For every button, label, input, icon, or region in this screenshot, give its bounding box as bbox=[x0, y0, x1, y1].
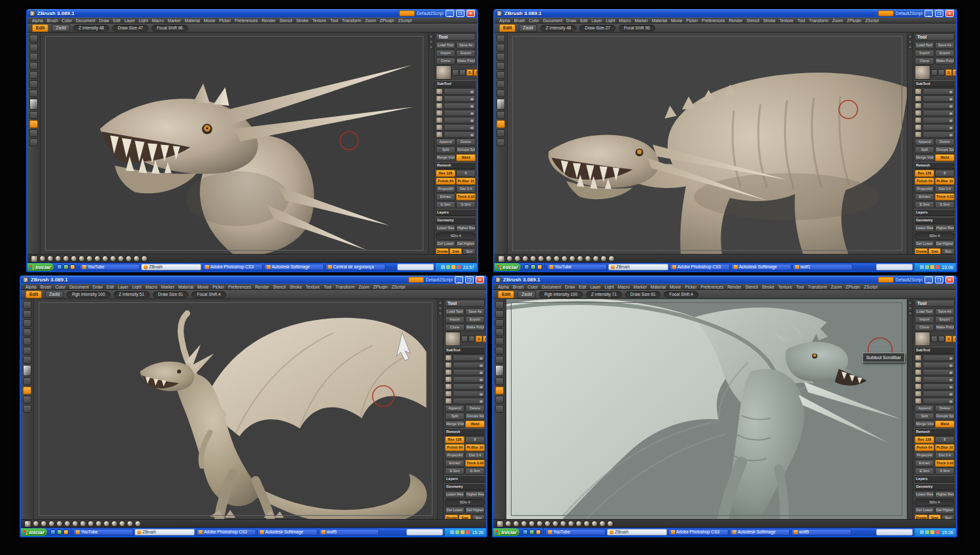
layer-icon[interactable] bbox=[497, 129, 505, 137]
subtool-thumbnail[interactable] bbox=[445, 355, 452, 361]
media-player-icon[interactable] bbox=[537, 264, 542, 270]
tool-mini-icon[interactable] bbox=[461, 336, 468, 342]
tool-button[interactable]: Split bbox=[445, 413, 465, 420]
scrollbar-button[interactable] bbox=[908, 45, 912, 49]
tool-button[interactable]: Groups Split bbox=[935, 413, 955, 420]
tool-button[interactable]: 8 bbox=[935, 436, 955, 443]
grid-icon[interactable] bbox=[29, 138, 38, 146]
close-button[interactable]: ✕ bbox=[466, 10, 475, 17]
layer-icon[interactable] bbox=[29, 129, 38, 137]
menu-stroke[interactable]: Stroke bbox=[294, 18, 310, 23]
menu-texture[interactable]: Texture bbox=[776, 284, 794, 289]
active-tool-thumbnail[interactable] bbox=[915, 65, 930, 80]
tool-preset-icon[interactable] bbox=[56, 520, 63, 527]
internet-explorer-icon[interactable] bbox=[524, 264, 529, 270]
media-player-icon[interactable] bbox=[536, 530, 541, 535]
tool-preset-icon[interactable] bbox=[135, 520, 141, 527]
shelf-slider[interactable]: Focal Shift 96 bbox=[619, 25, 655, 31]
menu-document[interactable]: Document bbox=[541, 18, 564, 23]
subtool-thumbnail[interactable] bbox=[445, 390, 452, 397]
taskbar-item[interactable]: YouTube bbox=[547, 264, 607, 270]
edit-mode-active-icon[interactable] bbox=[497, 120, 505, 128]
menu-alpha[interactable]: Alpha bbox=[496, 284, 511, 289]
menu-movie[interactable]: Movie bbox=[202, 18, 217, 23]
tool-button[interactable]: Split bbox=[915, 413, 934, 420]
maximize-button[interactable]: ❐ bbox=[465, 276, 474, 283]
taskbar-item[interactable]: Autodesk Softimage bbox=[730, 529, 790, 535]
taskbar-item[interactable]: Central de segurança bbox=[325, 264, 385, 270]
scrollbar-button[interactable] bbox=[438, 301, 442, 305]
tool-preset-icon[interactable] bbox=[86, 255, 93, 262]
subtool-thumbnail[interactable] bbox=[436, 131, 443, 138]
shelf-chip[interactable]: Zadd bbox=[517, 291, 536, 298]
tool-button[interactable]: Merge Visible bbox=[445, 420, 465, 428]
tool-button[interactable]: Groups Split bbox=[465, 413, 485, 420]
tool-preset-icon[interactable] bbox=[599, 520, 606, 527]
antivirus-icon[interactable] bbox=[936, 530, 939, 534]
tool-preset-icon[interactable] bbox=[39, 255, 46, 262]
tool-preset-icon[interactable] bbox=[593, 255, 599, 262]
tool-chip[interactable]: Divide bbox=[445, 515, 458, 519]
tool-button[interactable]: Dist 0.4 bbox=[465, 452, 485, 459]
subtool-thumbnail[interactable] bbox=[915, 383, 922, 390]
active-tool-preview-icon[interactable] bbox=[24, 520, 31, 528]
subtool-thumbnail[interactable] bbox=[436, 110, 443, 116]
menu-transform[interactable]: Transform bbox=[807, 18, 830, 23]
tool-button[interactable]: ProjectAll bbox=[915, 185, 934, 193]
shelf-chip[interactable]: Zadd bbox=[519, 24, 537, 32]
shelf-slider[interactable]: Draw Size 47 bbox=[112, 25, 148, 31]
menu-layer[interactable]: Layer bbox=[122, 18, 137, 23]
tool-chip[interactable]: Res 128 bbox=[445, 436, 465, 443]
tool-slider[interactable]: SDiv 4 bbox=[915, 499, 955, 506]
subtool-item[interactable] bbox=[923, 398, 955, 404]
scrollbar-button[interactable] bbox=[908, 311, 912, 315]
menu-material[interactable]: Material bbox=[183, 18, 202, 23]
subtool-thumbnail[interactable] bbox=[445, 362, 452, 368]
subtool-item[interactable] bbox=[923, 95, 955, 102]
menu-tool[interactable]: Tool bbox=[321, 284, 333, 289]
menu-zscript[interactable]: ZScript bbox=[862, 284, 879, 289]
subtool-mini-icon[interactable]: S bbox=[474, 69, 477, 76]
tool-slider[interactable]: SDiv 4 bbox=[445, 499, 485, 506]
menu-macro[interactable]: Macro bbox=[616, 284, 632, 289]
tool-preset-icon[interactable] bbox=[80, 520, 86, 527]
tool-chip[interactable]: Polish 64 bbox=[915, 178, 934, 185]
tool-preset-icon[interactable] bbox=[538, 255, 544, 262]
color-swatch-icon[interactable] bbox=[23, 365, 31, 376]
texture-icon[interactable] bbox=[23, 356, 31, 364]
tool-preset-icon[interactable] bbox=[78, 255, 85, 262]
menu-zoom[interactable]: Zoom bbox=[829, 284, 844, 289]
volume-icon[interactable] bbox=[920, 530, 924, 534]
tool-chip[interactable]: Smt bbox=[449, 248, 463, 254]
tool-chip[interactable]: Res 128 bbox=[915, 170, 934, 177]
taskbar-item[interactable]: Autodesk Softimage bbox=[264, 264, 324, 270]
tool-button[interactable]: S.Smt bbox=[465, 468, 485, 475]
subtool-thumbnail[interactable] bbox=[436, 103, 443, 109]
tool-chip[interactable]: Smt bbox=[928, 515, 941, 519]
tool-button[interactable]: Higher Res bbox=[456, 225, 476, 232]
subtool-mini-icon[interactable]: S bbox=[953, 69, 956, 76]
start-button[interactable]: Iniciar bbox=[493, 528, 519, 536]
taskbar-item[interactable]: Adobe Photoshop CS3 bbox=[668, 529, 728, 535]
scrollbar-button[interactable] bbox=[429, 35, 433, 39]
shelf-slider[interactable]: Z Intensity 48 bbox=[73, 25, 109, 31]
menu-alpha[interactable]: Alpha bbox=[30, 18, 45, 23]
alpha-icon[interactable] bbox=[495, 347, 504, 355]
subtool-item[interactable] bbox=[923, 124, 955, 131]
shelf-chip[interactable]: Edit bbox=[25, 291, 42, 298]
tool-button[interactable]: Del Higher bbox=[935, 240, 955, 247]
menu-marker[interactable]: Marker bbox=[632, 284, 649, 289]
subtool-thumbnail[interactable] bbox=[915, 110, 922, 116]
menu-brush[interactable]: Brush bbox=[512, 18, 527, 23]
subtool-item[interactable] bbox=[453, 376, 485, 383]
menu-transform[interactable]: Transform bbox=[806, 284, 828, 289]
menu-tool[interactable]: Tool bbox=[795, 18, 807, 23]
tool-preset-icon[interactable] bbox=[111, 520, 118, 527]
subtool-item[interactable] bbox=[923, 383, 955, 390]
subtool-mini-icon[interactable]: S bbox=[945, 336, 952, 342]
network-icon[interactable] bbox=[455, 530, 459, 534]
menu-texture[interactable]: Texture bbox=[777, 18, 795, 23]
menu-alpha[interactable]: Alpha bbox=[24, 284, 39, 289]
tool-preset-icon[interactable] bbox=[95, 520, 102, 527]
volume-icon[interactable] bbox=[920, 265, 924, 269]
